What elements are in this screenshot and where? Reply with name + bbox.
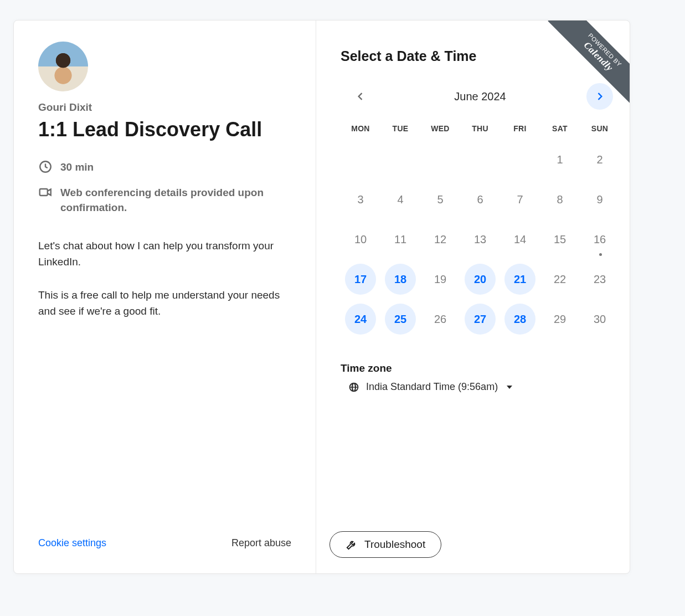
day-number[interactable]: 18 — [385, 264, 416, 295]
day-number[interactable]: 21 — [504, 264, 535, 295]
day-number[interactable]: 20 — [465, 264, 496, 295]
calendar-day: 16 — [580, 219, 620, 259]
calendar-grid: 1234567891011121314151617181920212223242… — [341, 140, 620, 339]
calendar-day — [460, 140, 500, 179]
day-number: 26 — [425, 304, 456, 335]
description-paragraph: This is a free call to help me understan… — [38, 287, 291, 320]
calendar-day: 22 — [540, 259, 580, 299]
calendar-header: June 2024 — [347, 83, 613, 110]
weekday-header: THU — [460, 124, 500, 133]
calendar-day: 8 — [540, 179, 580, 219]
calendar-day — [380, 140, 420, 179]
weekday-header: MON — [341, 124, 380, 133]
day-number: 29 — [544, 304, 575, 335]
day-number: 5 — [425, 184, 456, 215]
calendar-day[interactable]: 18 — [380, 259, 420, 299]
calendar-day[interactable]: 20 — [460, 259, 500, 299]
day-number[interactable]: 27 — [465, 304, 496, 335]
calendar-day: 1 — [540, 140, 580, 179]
event-description: Let's chat about how I can help you tran… — [38, 238, 291, 336]
calendar-day: 29 — [540, 299, 580, 339]
calendar-day[interactable]: 24 — [341, 299, 380, 339]
duration-row: 30 min — [38, 160, 291, 175]
calendar-day: 3 — [341, 179, 380, 219]
day-number: 10 — [345, 224, 376, 255]
description-paragraph: Let's chat about how I can help you tran… — [38, 238, 291, 270]
day-number[interactable]: 17 — [345, 264, 376, 295]
day-number: 7 — [504, 184, 535, 215]
host-avatar — [38, 42, 88, 91]
day-number: 1 — [544, 144, 575, 175]
calendar-day: 4 — [380, 179, 420, 219]
day-number: 16 — [584, 224, 615, 255]
caret-down-icon — [507, 386, 512, 389]
duration-text: 30 min — [60, 160, 94, 175]
calendar-day[interactable]: 28 — [500, 299, 540, 339]
day-number: 14 — [504, 224, 535, 255]
day-number: 8 — [544, 184, 575, 215]
calendar-day: 12 — [420, 219, 460, 259]
calendar-day — [420, 140, 460, 179]
prev-month-button[interactable] — [347, 83, 374, 110]
select-date-heading: Select a Date & Time — [341, 48, 620, 64]
day-number: 19 — [425, 264, 456, 295]
day-number: 15 — [544, 224, 575, 255]
calendar-day: 14 — [500, 219, 540, 259]
troubleshoot-button[interactable]: Troubleshoot — [329, 531, 441, 558]
event-title: 1:1 Lead Discovery Call — [38, 118, 291, 141]
next-month-button[interactable] — [586, 83, 613, 110]
weekday-header: FRI — [500, 124, 540, 133]
timezone-section: Time zone India Standard Time (9:56am) — [341, 362, 620, 393]
calendar-day: 5 — [420, 179, 460, 219]
svg-rect-1 — [40, 189, 48, 196]
today-indicator — [599, 253, 602, 256]
day-number: 3 — [345, 184, 376, 215]
chevron-right-icon — [594, 91, 605, 102]
calendar-day: 13 — [460, 219, 500, 259]
day-number: 4 — [385, 184, 416, 215]
left-footer: Cookie settings Report abuse — [38, 537, 291, 549]
timezone-selector[interactable]: India Standard Time (9:56am) — [341, 381, 620, 393]
calendar-day: 6 — [460, 179, 500, 219]
calendar-day: 7 — [500, 179, 540, 219]
globe-icon — [348, 382, 359, 393]
calendar-day: 9 — [580, 179, 620, 219]
day-number: 6 — [465, 184, 496, 215]
calendar-day: 26 — [420, 299, 460, 339]
day-number[interactable]: 28 — [504, 304, 535, 335]
booking-card: Gouri Dixit 1:1 Lead Discovery Call 30 m… — [13, 20, 630, 574]
weekday-header: SAT — [540, 124, 580, 133]
weekday-header: TUE — [380, 124, 420, 133]
wrench-icon — [346, 538, 358, 551]
timezone-heading: Time zone — [341, 362, 620, 374]
weekday-header: SUN — [580, 124, 620, 133]
weekday-headers: MONTUEWEDTHUFRISATSUN — [341, 124, 620, 133]
calendar-day: 2 — [580, 140, 620, 179]
calendar-day[interactable]: 25 — [380, 299, 420, 339]
day-number: 2 — [584, 144, 615, 175]
calendar-day — [500, 140, 540, 179]
day-number: 13 — [465, 224, 496, 255]
day-number: 30 — [584, 304, 615, 335]
day-number: 9 — [584, 184, 615, 215]
chevron-left-icon — [355, 91, 366, 102]
calendar-day[interactable]: 21 — [500, 259, 540, 299]
weekday-header: WED — [420, 124, 460, 133]
calendar-day[interactable]: 17 — [341, 259, 380, 299]
day-number[interactable]: 25 — [385, 304, 416, 335]
location-text: Web conferencing details provided upon c… — [60, 185, 291, 215]
location-row: Web conferencing details provided upon c… — [38, 185, 291, 215]
timezone-selected-label: India Standard Time (9:56am) — [366, 381, 498, 393]
calendar-panel: Select a Date & Time June 2024 MONTUEWED… — [316, 20, 630, 573]
calendar-day: 19 — [420, 259, 460, 299]
calendar-day[interactable]: 27 — [460, 299, 500, 339]
calendar-day: 10 — [341, 219, 380, 259]
day-number[interactable]: 24 — [345, 304, 376, 335]
report-abuse-link[interactable]: Report abuse — [231, 537, 291, 549]
calendar-day: 30 — [580, 299, 620, 339]
calendar-day: 15 — [540, 219, 580, 259]
calendar-day: 11 — [380, 219, 420, 259]
day-number: 11 — [385, 224, 416, 255]
cookie-settings-link[interactable]: Cookie settings — [38, 537, 106, 549]
clock-icon — [38, 160, 53, 174]
